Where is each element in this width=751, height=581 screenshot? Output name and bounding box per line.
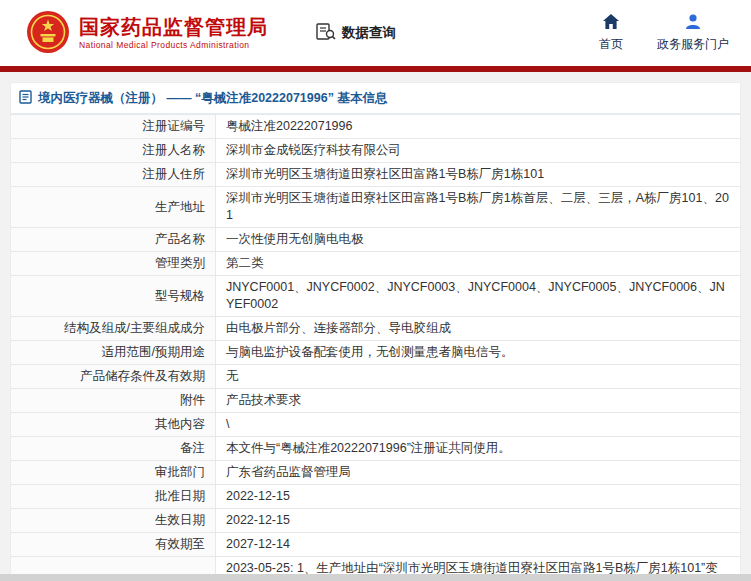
table-row: 注册人名称深圳市金成锐医疗科技有限公司 (11, 139, 740, 163)
site-logo[interactable]: 国家药品监督管理局 National Medical Products Admi… (26, 10, 268, 57)
row-value: 深圳市金成锐医疗科技有限公司 (216, 139, 740, 162)
row-label: 注册证编号 (11, 115, 216, 138)
row-label: 型号规格 (11, 276, 216, 316)
table-row: 备注本文件与“粤械注准20222071996”注册证共同使用。 (11, 437, 740, 461)
table-row: 注册证编号粤械注准20222071996 (11, 115, 740, 139)
row-label: 批准日期 (11, 485, 216, 508)
row-label: 生产地址 (11, 187, 216, 227)
row-value: 本文件与“粤械注准20222071996”注册证共同使用。 (216, 437, 740, 460)
table-row: 型号规格JNYCF0001、JNYCF0002、JNYCF0003、JNYCF0… (11, 276, 740, 317)
table-row: 产品名称一次性使用无创脑电电极 (11, 228, 740, 252)
row-label: 产品名称 (11, 228, 216, 251)
main-content: 境内医疗器械（注册） —— “粤械注准20222071996” 基本信息 注册证… (0, 72, 751, 581)
data-query-label: 数据查询 (342, 24, 396, 42)
row-value: JNYCF0001、JNYCF0002、JNYCF0003、JNYCF0004、… (216, 276, 740, 316)
row-value: 2022-12-15 (216, 509, 740, 532)
row-label: 产品储存条件及有效期 (11, 365, 216, 388)
table-row: 注册人住所深圳市光明区玉塘街道田寮社区田富路1号B栋厂房1栋101 (11, 163, 740, 187)
document-icon (19, 90, 32, 107)
table-row: 有效期至2027-12-14 (11, 533, 740, 557)
row-value: 由电极片部分、连接器部分、导电胶组成 (216, 317, 740, 340)
table-row: 批准日期2022-12-15 (11, 485, 740, 509)
home-icon (602, 13, 620, 33)
data-query-icon (316, 23, 336, 44)
row-label: 有效期至 (11, 533, 216, 556)
nav-home[interactable]: 首页 (599, 13, 623, 53)
user-icon (684, 13, 702, 33)
footer-strip (0, 574, 751, 581)
table-row: 管理类别第二类 (11, 252, 740, 276)
table-row: 适用范围/预期用途与脑电监护设备配套使用，无创测量患者脑电信号。 (11, 341, 740, 365)
info-panel: 境内医疗器械（注册） —— “粤械注准20222071996” 基本信息 注册证… (10, 82, 741, 581)
page-title-text: 境内医疗器械（注册） —— “粤械注准20222071996” 基本信息 (38, 90, 387, 107)
row-label: 审批部门 (11, 461, 216, 484)
row-value: 无 (216, 365, 740, 388)
nav-portal[interactable]: 政务服务门户 (657, 13, 729, 53)
org-name-cn: 国家药品监督管理局 (79, 16, 268, 39)
nav-data-query[interactable]: 数据查询 (316, 23, 396, 44)
org-name-en: National Medical Products Administration (79, 41, 268, 51)
row-label: 附件 (11, 389, 216, 412)
header-nav: 首页 政务服务门户 (599, 13, 729, 53)
national-emblem-icon (26, 10, 70, 57)
row-label: 注册人住所 (11, 163, 216, 186)
info-table: 注册证编号粤械注准20222071996注册人名称深圳市金成锐医疗科技有限公司注… (11, 114, 740, 581)
table-row: 其他内容\ (11, 413, 740, 437)
row-label: 结构及组成/主要组成成分 (11, 317, 216, 340)
row-label: 生效日期 (11, 509, 216, 532)
row-label: 适用范围/预期用途 (11, 341, 216, 364)
row-value: 一次性使用无创脑电电极 (216, 228, 740, 251)
row-label: 注册人名称 (11, 139, 216, 162)
row-value: 第二类 (216, 252, 740, 275)
row-value: 2022-12-15 (216, 485, 740, 508)
row-value: 广东省药品监督管理局 (216, 461, 740, 484)
nav-home-label: 首页 (599, 36, 623, 53)
row-value: 深圳市光明区玉塘街道田寮社区田富路1号B栋厂房1栋首层、二层、三层，A栋厂房10… (216, 187, 740, 227)
table-row: 附件产品技术要求 (11, 389, 740, 413)
row-value: 粤械注准20222071996 (216, 115, 740, 138)
org-names: 国家药品监督管理局 National Medical Products Admi… (79, 16, 268, 51)
table-row: 结构及组成/主要组成成分由电极片部分、连接器部分、导电胶组成 (11, 317, 740, 341)
row-value: \ (216, 413, 740, 436)
row-value: 深圳市光明区玉塘街道田寮社区田富路1号B栋厂房1栋101 (216, 163, 740, 186)
nav-portal-label: 政务服务门户 (657, 36, 729, 53)
row-label: 管理类别 (11, 252, 216, 275)
row-label: 其他内容 (11, 413, 216, 436)
table-row: 审批部门广东省药品监督管理局 (11, 461, 740, 485)
table-row: 产品储存条件及有效期无 (11, 365, 740, 389)
row-value: 2027-12-14 (216, 533, 740, 556)
row-value: 与脑电监护设备配套使用，无创测量患者脑电信号。 (216, 341, 740, 364)
row-value: 产品技术要求 (216, 389, 740, 412)
site-header: 国家药品监督管理局 National Medical Products Admi… (0, 0, 751, 66)
row-label: 备注 (11, 437, 216, 460)
table-row: 生效日期2022-12-15 (11, 509, 740, 533)
page-title: 境内医疗器械（注册） —— “粤械注准20222071996” 基本信息 (11, 83, 740, 114)
table-row: 生产地址深圳市光明区玉塘街道田寮社区田富路1号B栋厂房1栋首层、二层、三层，A栋… (11, 187, 740, 228)
